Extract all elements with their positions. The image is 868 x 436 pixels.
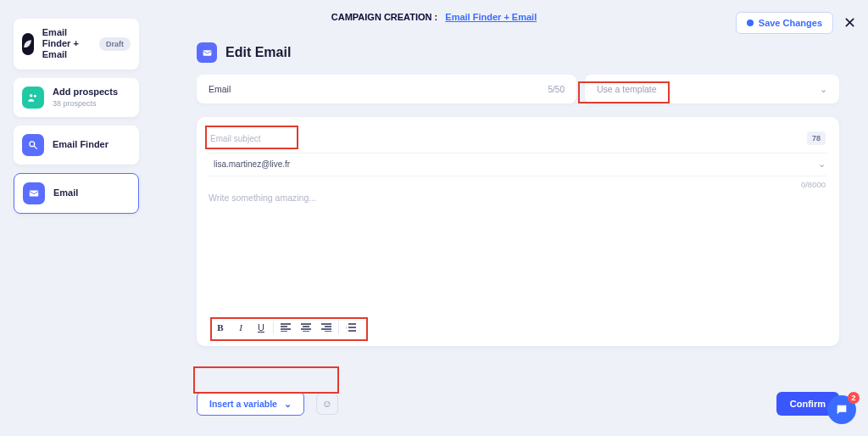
chevron-down-icon <box>818 159 826 170</box>
main-panel: Edit Email Email 5/50 Use a template 78 … <box>197 42 839 385</box>
svg-line-3 <box>34 146 37 149</box>
header-campaign-link[interactable]: Email Finder + Email <box>445 12 537 22</box>
sidebar-campaign-name: Email Finder + Email <box>42 27 91 61</box>
bold-button[interactable]: B <box>212 319 229 336</box>
sidebar-item-email-finder[interactable]: Email Finder <box>14 126 139 165</box>
from-address-select[interactable]: lisa.martinez@live.fr <box>209 154 827 172</box>
page-title: Edit Email <box>225 45 291 60</box>
emoji-picker-button[interactable]: ☺ <box>316 393 338 415</box>
header-label: CAMPAIGN CREATION : <box>331 12 437 22</box>
email-editor: 78 lisa.martinez@live.fr 0/8000 Write so… <box>197 117 839 346</box>
toolbar-separator <box>273 321 274 334</box>
chevron-down-icon <box>284 399 292 409</box>
status-dot-icon <box>747 20 754 26</box>
rte-toolbar: B I U 12 <box>209 316 363 339</box>
insert-variable-label: Insert a variable <box>209 399 277 409</box>
sidebar: Email Finder + Email Draft Add prospects… <box>14 19 139 222</box>
sidebar-add-prospects-label: Add prospects <box>53 87 118 98</box>
svg-point-0 <box>30 93 33 97</box>
svg-rect-4 <box>30 190 39 196</box>
subject-count-badge: 78 <box>807 131 826 145</box>
sidebar-email-finder-label: Email Finder <box>53 139 108 150</box>
align-right-button[interactable] <box>318 319 335 336</box>
email-subject-input[interactable] <box>210 134 807 143</box>
email-name-label: Email <box>209 84 231 94</box>
align-center-button[interactable] <box>298 319 314 336</box>
chevron-down-icon <box>820 84 827 95</box>
underline-button[interactable]: U <box>253 319 270 336</box>
template-select[interactable]: Use a template <box>585 75 839 103</box>
body-char-count: 0/8000 <box>209 176 827 189</box>
toolbar-separator <box>338 321 339 334</box>
email-body-input[interactable]: Write something amazing... <box>209 193 827 203</box>
mail-icon <box>23 182 45 204</box>
save-changes-label: Save Changes <box>759 18 822 28</box>
sidebar-item-add-prospects[interactable]: Add prospects 38 prospects <box>14 78 139 117</box>
sidebar-email-label: Email <box>53 187 78 198</box>
add-prospects-icon <box>22 87 44 109</box>
from-address-value: lisa.martinez@live.fr <box>214 159 290 169</box>
svg-point-1 <box>34 94 36 97</box>
sidebar-item-email[interactable]: Email <box>14 173 139 214</box>
main-title: Edit Email <box>197 42 839 63</box>
chat-badge: 2 <box>848 392 860 404</box>
smile-icon: ☺ <box>322 398 332 410</box>
sidebar-prospect-count: 38 prospects <box>53 99 118 108</box>
italic-button[interactable]: I <box>232 319 249 336</box>
svg-text:2: 2 <box>346 327 347 330</box>
svg-rect-5 <box>203 50 211 56</box>
close-button[interactable]: ✕ <box>843 15 856 31</box>
draft-badge: Draft <box>99 37 131 51</box>
insert-variable-button[interactable]: Insert a variable <box>197 392 304 416</box>
save-changes-button[interactable]: Save Changes <box>736 12 833 34</box>
email-name-pill[interactable]: Email 5/50 <box>197 75 576 103</box>
mail-icon <box>197 42 217 63</box>
ordered-list-button[interactable]: 12 <box>342 319 359 336</box>
sidebar-item-campaign[interactable]: Email Finder + Email Draft <box>14 19 139 70</box>
chat-icon <box>835 403 849 416</box>
search-mail-icon <box>22 134 44 156</box>
svg-point-2 <box>30 141 35 146</box>
align-left-button[interactable] <box>277 319 294 336</box>
editor-footer: Insert a variable ☺ Confirm <box>197 390 839 417</box>
template-placeholder: Use a template <box>597 84 657 94</box>
leaf-icon <box>22 33 34 55</box>
close-icon: ✕ <box>843 14 856 31</box>
email-name-count: 5/50 <box>548 85 565 94</box>
chat-fab[interactable]: 2 <box>827 395 856 424</box>
